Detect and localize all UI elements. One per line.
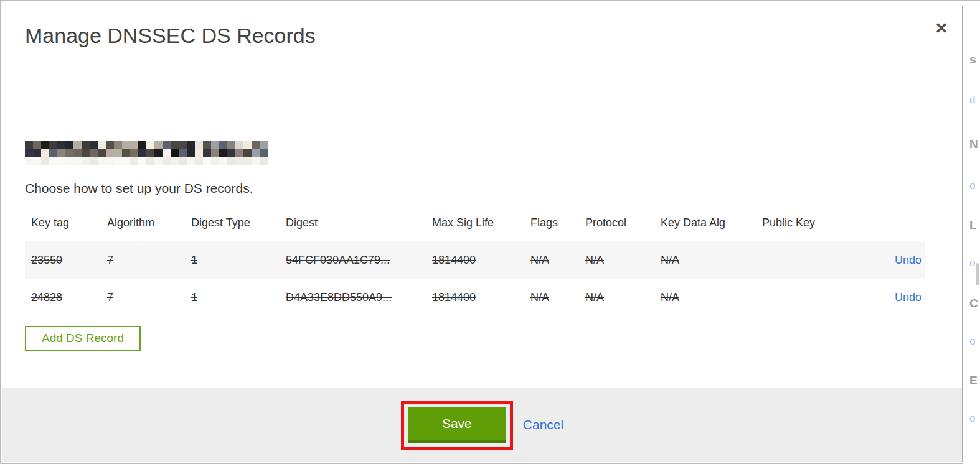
cell-digest: D4A33E8DD550A9...	[280, 279, 426, 317]
cell-flags: N/A	[524, 241, 579, 279]
modal-footer: Save Cancel	[2, 388, 962, 462]
cell-key-tag: 24828	[25, 279, 101, 317]
cell-actions: Undo	[872, 241, 925, 279]
cell-protocol: N/A	[579, 279, 654, 317]
cell-key-tag: 23550	[25, 241, 101, 279]
background-text-fragment: L	[969, 218, 977, 232]
table-row: 24828 7 1 D4A33E8DD550A9... 1814400 N/A …	[25, 279, 925, 317]
cell-digest-type: 1	[185, 241, 280, 279]
background-text-fragment: o	[969, 412, 975, 425]
background-scrollbar-thumb	[976, 263, 979, 285]
cell-key-data-alg: N/A	[654, 279, 756, 317]
cell-protocol: N/A	[579, 241, 654, 279]
cell-algorithm: 7	[101, 241, 185, 279]
save-button[interactable]: Save	[408, 407, 506, 443]
annotation-highlight: Save	[401, 401, 513, 450]
col-header-digest-type: Digest Type	[185, 206, 280, 241]
modal-title: Manage DNSSEC DS Records	[25, 22, 940, 49]
col-header-digest: Digest	[280, 206, 426, 241]
col-header-algorithm: Algorithm	[101, 206, 185, 241]
background-page-sliver: sdNoLoCoEo	[963, 1, 980, 464]
background-text-fragment: E	[969, 374, 978, 387]
background-text-fragment: o	[969, 180, 975, 192]
close-icon[interactable]: ✕	[931, 17, 952, 39]
cell-key-data-alg: N/A	[654, 241, 756, 279]
cell-max-sig-life: 1814400	[426, 241, 524, 279]
col-header-key-data-alg: Key Data Alg	[654, 206, 756, 241]
cell-digest-type: 1	[185, 279, 280, 317]
cell-public-key	[756, 279, 872, 317]
cell-max-sig-life: 1814400	[426, 279, 524, 317]
ds-records-table: Key tag Algorithm Digest Type Digest Max…	[25, 206, 925, 317]
manage-dnssec-modal: ✕ Manage DNSSEC DS Records Choose how to…	[2, 6, 963, 462]
background-text-fragment: N	[969, 137, 978, 151]
background-text-fragment: s	[969, 53, 976, 67]
col-header-actions	[872, 206, 925, 241]
col-header-key-tag: Key tag	[25, 206, 101, 241]
col-header-protocol: Protocol	[579, 206, 654, 241]
background-text-fragment: C	[969, 297, 978, 310]
background-text-fragment: o	[969, 335, 975, 348]
cancel-link[interactable]: Cancel	[523, 417, 563, 432]
undo-link[interactable]: Undo	[895, 254, 921, 266]
add-ds-record-button[interactable]: Add DS Record	[25, 326, 141, 351]
table-header-row: Key tag Algorithm Digest Type Digest Max…	[25, 206, 925, 241]
cell-public-key	[756, 241, 872, 279]
background-text-fragment: d	[969, 94, 975, 106]
redacted-domain-name	[25, 141, 268, 165]
screenshot-frame: sdNoLoCoEo ✕ Manage DNSSEC DS Records Ch…	[0, 0, 980, 464]
background-text-fragment: o	[969, 257, 975, 269]
cell-actions: Undo	[872, 279, 925, 317]
cell-digest: 54FCF030AA1C79...	[280, 241, 426, 279]
table-row: 23550 7 1 54FCF030AA1C79... 1814400 N/A …	[25, 241, 925, 279]
cell-algorithm: 7	[101, 279, 185, 317]
col-header-public-key: Public Key	[756, 206, 872, 241]
col-header-max-sig-life: Max Sig Life	[426, 206, 524, 241]
col-header-flags: Flags	[524, 206, 579, 241]
undo-link[interactable]: Undo	[895, 291, 921, 304]
instruction-text: Choose how to set up your DS records.	[25, 180, 940, 197]
cell-flags: N/A	[524, 279, 579, 317]
